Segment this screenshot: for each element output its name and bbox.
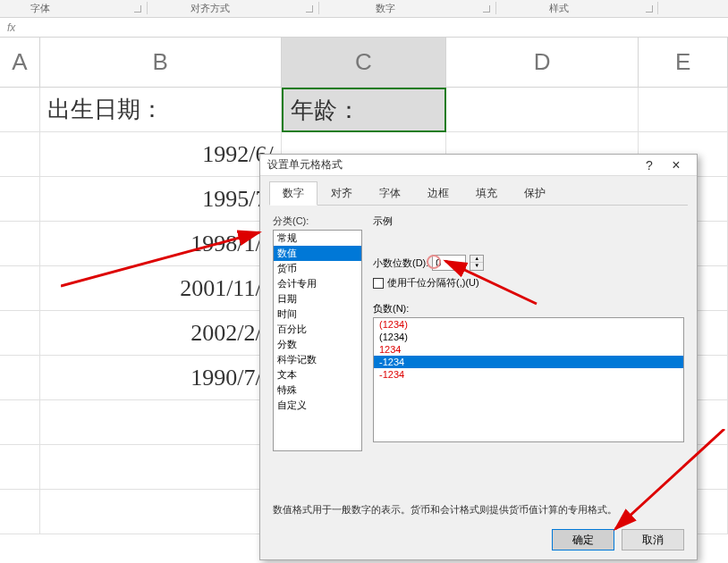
dialog-tabs: 数字 对齐 字体 边框 填充 保护 — [260, 176, 697, 206]
cell-e1[interactable] — [639, 88, 728, 132]
column-headers: A B C D E — [0, 38, 728, 88]
ribbon-group-align: 对齐方式 — [190, 2, 230, 15]
ribbon-anchor-style[interactable] — [646, 5, 653, 13]
cell-d1[interactable] — [446, 88, 639, 132]
cat-number[interactable]: 数值 — [274, 246, 361, 261]
cell-date-6[interactable]: 1990/7/1 — [40, 356, 282, 400]
col-header-d[interactable]: D — [446, 38, 639, 88]
thousands-label: 使用千位分隔符(,)(U) — [387, 276, 479, 290]
ribbon-anchor-font[interactable] — [134, 5, 141, 13]
cell-b1[interactable]: 出生日期： — [40, 88, 282, 132]
tab-fill[interactable]: 填充 — [462, 181, 511, 206]
ribbon-bar: 字体 对齐方式 数字 样式 — [0, 0, 728, 18]
neg-opt-1[interactable]: (1234) — [374, 318, 683, 331]
cursor-indicator — [427, 255, 441, 269]
cat-fraction[interactable]: 分数 — [274, 337, 361, 352]
cat-currency[interactable]: 货币 — [274, 261, 361, 276]
cat-custom[interactable]: 自定义 — [274, 398, 361, 413]
cat-accounting[interactable]: 会计专用 — [274, 276, 361, 291]
tab-border[interactable]: 边框 — [414, 181, 462, 206]
cell-date-4[interactable]: 2001/11/2 — [40, 266, 282, 311]
sample-label: 示例 — [373, 214, 684, 228]
cell-date-2[interactable]: 1995/7/ — [40, 177, 282, 222]
dialog-title: 设置单元格格式 — [267, 157, 636, 172]
neg-opt-2[interactable]: (1234) — [374, 331, 683, 343]
col-header-b[interactable]: B — [40, 38, 282, 88]
tab-font[interactable]: 字体 — [366, 181, 414, 206]
cat-scientific[interactable]: 科学记数 — [274, 352, 361, 367]
col-header-a[interactable]: A — [0, 38, 40, 88]
col-header-e[interactable]: E — [639, 38, 728, 88]
format-cells-dialog: 设置单元格格式 ? × 数字 对齐 字体 边框 填充 保护 分类(C): 常规 … — [259, 154, 698, 560]
ribbon-group-font: 字体 — [30, 2, 50, 15]
ribbon-group-number: 数字 — [376, 2, 395, 15]
cell-date-5[interactable]: 2002/2/2 — [40, 311, 282, 356]
dialog-close-button[interactable]: × — [663, 157, 690, 173]
decimal-spinner: ▲ ▼ — [470, 255, 484, 271]
cat-special[interactable]: 特殊 — [274, 382, 361, 398]
thousands-checkbox[interactable] — [373, 278, 384, 289]
neg-opt-5[interactable]: -1234 — [374, 368, 683, 381]
neg-opt-3[interactable]: 1234 — [374, 343, 683, 356]
formula-fx-label: fx — [7, 21, 15, 34]
cat-text[interactable]: 文本 — [274, 367, 361, 382]
col-header-c[interactable]: C — [282, 38, 447, 88]
tab-align[interactable]: 对齐 — [317, 181, 366, 206]
cat-date[interactable]: 日期 — [274, 291, 361, 307]
ribbon-anchor-align[interactable] — [306, 5, 313, 13]
grid-row-1: 出生日期： 年龄： — [0, 88, 728, 132]
dialog-help-button[interactable]: ? — [636, 158, 663, 172]
decimal-label: 小数位数(D): — [373, 256, 428, 270]
formula-bar[interactable]: fx — [0, 18, 728, 38]
negative-list[interactable]: (1234) (1234) 1234 -1234 -1234 — [373, 317, 684, 442]
cat-time[interactable]: 时间 — [274, 307, 361, 322]
spinner-down[interactable]: ▼ — [470, 263, 483, 270]
category-list[interactable]: 常规 数值 货币 会计专用 日期 时间 百分比 分数 科学记数 文本 特殊 自定… — [273, 230, 362, 451]
ok-button[interactable]: 确定 — [552, 529, 614, 550]
dialog-titlebar[interactable]: 设置单元格格式 ? × — [260, 155, 697, 176]
cell-a1[interactable] — [0, 88, 40, 132]
tab-number[interactable]: 数字 — [269, 181, 317, 206]
cancel-button[interactable]: 取消 — [622, 529, 684, 550]
cell-date-1[interactable]: 1992/6/ — [40, 132, 282, 177]
neg-opt-4[interactable]: -1234 — [374, 356, 683, 368]
ribbon-anchor-number[interactable] — [483, 5, 490, 13]
category-label: 分类(C): — [273, 214, 362, 228]
cat-percent[interactable]: 百分比 — [274, 322, 361, 337]
cat-general[interactable]: 常规 — [274, 231, 361, 246]
help-text: 数值格式用于一般数字的表示。货币和会计格式则提供货币值计算的专用格式。 — [260, 503, 630, 517]
spinner-up[interactable]: ▲ — [470, 256, 483, 263]
negative-label: 负数(N): — [373, 302, 684, 315]
ribbon-group-style: 样式 — [549, 2, 569, 15]
tab-protect[interactable]: 保护 — [511, 181, 559, 206]
cell-c1[interactable]: 年龄： — [282, 88, 447, 132]
cell-date-3[interactable]: 1998/1/2 — [40, 222, 282, 266]
